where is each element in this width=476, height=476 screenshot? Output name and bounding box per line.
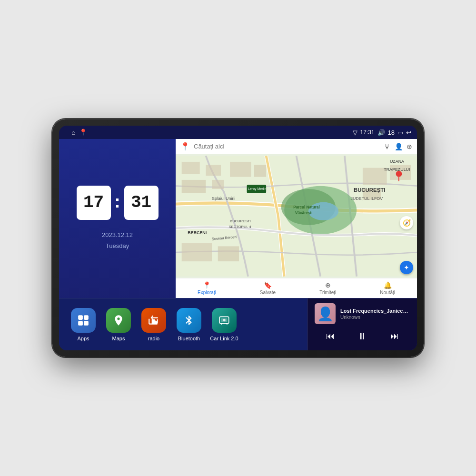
svg-text:BERCENI: BERCENI <box>188 230 207 235</box>
svg-rect-9 <box>254 165 266 177</box>
music-controls: ⏮ ⏸ ⏭ <box>315 329 410 344</box>
svg-text:BUCUREȘTI: BUCUREȘTI <box>230 219 251 223</box>
map-panel[interactable]: 📍 🎙 👤 ⊕ <box>176 139 417 298</box>
apps-grid: Apps Maps <box>59 298 307 350</box>
clock-minutes: 31 <box>124 186 159 220</box>
mic-icon[interactable]: 🎙 <box>384 143 391 150</box>
svg-text:BUCUREȘTI: BUCUREȘTI <box>354 187 385 193</box>
send-label: Trimiteți <box>319 290 336 295</box>
explore-label: Explorați <box>198 290 216 295</box>
music-title: Lost Frequencies_Janieck Devy-... <box>340 308 410 314</box>
map-compass-button[interactable]: 🧭 <box>400 216 413 229</box>
map-tab-news[interactable]: 🔔 Noutăți <box>380 281 395 295</box>
svg-rect-14 <box>218 246 239 261</box>
music-next-button[interactable]: ⏭ <box>387 329 403 343</box>
back-icon[interactable]: ↩ <box>406 129 411 136</box>
app-item-apps[interactable]: Apps <box>67 308 100 341</box>
music-player: 👤 Lost Frequencies_Janieck Devy-... Unkn… <box>307 298 417 350</box>
svg-rect-13 <box>182 243 212 261</box>
svg-rect-32 <box>78 321 83 326</box>
app-item-carlink[interactable]: Car Link 2.0 <box>208 308 241 341</box>
news-icon: 🔔 <box>384 281 392 289</box>
maps-label: Maps <box>112 336 125 341</box>
screen: ⌂ 📍 ▽ 17:31 🔊 18 ▭ ↩ 17 : <box>59 126 417 350</box>
news-label: Noutăți <box>380 290 395 295</box>
radio-icon-bg: FM <box>141 308 166 333</box>
account-icon[interactable]: 👤 <box>395 143 403 150</box>
app-item-maps[interactable]: Maps <box>102 308 135 341</box>
svg-text:FM: FM <box>152 320 156 323</box>
map-tab-explore[interactable]: 📍 Explorați <box>198 281 216 295</box>
maps-shortcut-icon[interactable]: 📍 <box>79 129 87 136</box>
svg-text:TRAPEZULUI: TRAPEZULUI <box>384 167 410 172</box>
app-item-bluetooth[interactable]: Bluetooth <box>172 308 206 341</box>
svg-text:Parcul Natural: Parcul Natural <box>293 205 320 209</box>
music-artist: Unknown <box>340 315 410 320</box>
svg-rect-6 <box>182 180 206 193</box>
svg-rect-5 <box>206 165 221 176</box>
apps-label: Apps <box>77 336 89 341</box>
map-search-input[interactable] <box>194 143 380 150</box>
signal-icon: ▽ <box>353 129 357 136</box>
send-icon: ⊕ <box>325 281 331 289</box>
explore-icon: 📍 <box>203 281 211 289</box>
svg-rect-10 <box>363 168 387 185</box>
maps-icon <box>106 308 131 333</box>
music-prev-button[interactable]: ⏮ <box>322 329 338 343</box>
map-area[interactable]: Splaiul Unirii Soseau Berceni BUCUREȘTI … <box>176 154 417 278</box>
map-location-button[interactable]: ✦ <box>400 261 413 274</box>
music-metadata: Lost Frequencies_Janieck Devy-... Unknow… <box>340 308 410 320</box>
saved-label: Salvate <box>260 290 276 295</box>
svg-rect-4 <box>182 162 200 174</box>
date-info: 2023.12.12 Tuesday <box>102 229 133 252</box>
layers-icon[interactable]: ⊕ <box>407 143 412 150</box>
svg-rect-7 <box>212 180 224 189</box>
map-tab-send[interactable]: ⊕ Trimiteți <box>319 281 336 295</box>
svg-text:Văcărești: Văcărești <box>295 211 313 215</box>
music-play-button[interactable]: ⏸ <box>354 329 371 344</box>
clock-day: Tuesday <box>102 240 133 251</box>
status-time: 17:31 <box>360 129 375 136</box>
status-right-icons: ▽ 17:31 🔊 18 ▭ ↩ <box>353 129 412 136</box>
music-info-row: 👤 Lost Frequencies_Janieck Devy-... Unkn… <box>315 303 410 324</box>
map-svg: Splaiul Unirii Soseau Berceni BUCUREȘTI … <box>176 154 417 278</box>
clock-hours: 17 <box>77 186 111 220</box>
bluetooth-label: Bluetooth <box>178 336 200 341</box>
radio-label: radio <box>148 336 159 341</box>
saved-icon: 🔖 <box>264 281 272 289</box>
svg-rect-30 <box>78 315 83 320</box>
carlink-icon-bg <box>212 308 237 333</box>
svg-rect-33 <box>84 321 89 326</box>
battery-level: 18 <box>388 129 395 136</box>
volume-icon[interactable]: 🔊 <box>377 129 385 136</box>
svg-rect-31 <box>84 315 89 320</box>
svg-text:Splaiul Unirii: Splaiul Unirii <box>212 196 235 201</box>
bottom-section: Apps Maps <box>59 298 417 350</box>
device-shell: ⌂ 📍 ▽ 17:31 🔊 18 ▭ ↩ 17 : <box>52 119 424 357</box>
svg-text:UZANA: UZANA <box>390 159 404 164</box>
main-content: 17 : 31 2023.12.12 Tuesday 📍 <box>59 139 417 298</box>
map-search-bar: 📍 🎙 👤 ⊕ <box>176 139 417 154</box>
bluetooth-icon-bg <box>177 308 201 333</box>
clock-date: 2023.12.12 <box>102 229 133 240</box>
clock-colon: : <box>115 192 120 212</box>
carlink-label: Car Link 2.0 <box>210 336 238 341</box>
svg-text:JUDEȚUL ILFOV: JUDEȚUL ILFOV <box>351 196 383 201</box>
home-icon[interactable]: ⌂ <box>71 129 75 136</box>
music-thumbnail: 👤 <box>315 303 336 324</box>
apps-icon <box>71 308 96 333</box>
google-maps-logo: 📍 <box>180 142 190 151</box>
svg-text:Leroy Merlin: Leroy Merlin <box>248 187 266 191</box>
svg-point-37 <box>223 318 225 321</box>
battery-icon: ▭ <box>397 129 403 136</box>
status-bar: ⌂ 📍 ▽ 17:31 🔊 18 ▭ ↩ <box>59 126 417 139</box>
status-left-icons: ⌂ 📍 <box>71 129 87 136</box>
svg-rect-8 <box>230 162 251 177</box>
device-wrapper: ⌂ 📍 ▽ 17:31 🔊 18 ▭ ↩ 17 : <box>52 119 424 357</box>
app-item-radio[interactable]: FM radio <box>137 308 170 341</box>
clock-display: 17 : 31 <box>77 186 159 220</box>
clock-panel: 17 : 31 2023.12.12 Tuesday <box>59 139 176 298</box>
map-bottom-tabs: 📍 Explorați 🔖 Salvate ⊕ Trimiteți 🔔 <box>176 278 417 298</box>
map-tab-saved[interactable]: 🔖 Salvate <box>260 281 276 295</box>
svg-text:SECTORUL 4: SECTORUL 4 <box>229 225 251 229</box>
